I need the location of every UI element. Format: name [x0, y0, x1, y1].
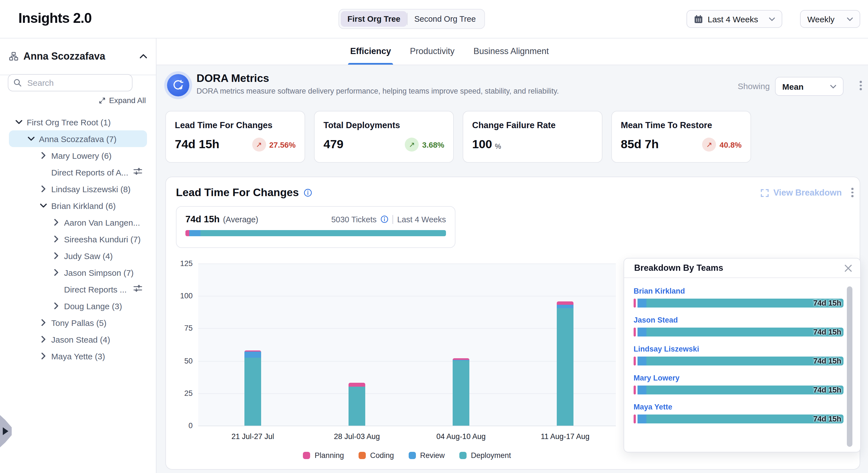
- tree-item-label[interactable]: Judy Saw (4): [64, 251, 113, 261]
- team-name-link[interactable]: Mary Lowery: [633, 374, 680, 382]
- tree-item[interactable]: Judy Saw (4): [0, 247, 147, 264]
- expand-all-button[interactable]: Expand All: [98, 96, 146, 105]
- tree-item-label[interactable]: First Org Tree Root (1): [27, 117, 111, 127]
- tree-item[interactable]: Maya Yette (3): [0, 348, 147, 364]
- tree-item-label[interactable]: Mary Lowery (6): [51, 151, 112, 160]
- tab-business-alignment[interactable]: Business Alignment: [471, 38, 551, 65]
- tree-item[interactable]: Lindsay Liszewski (8): [0, 180, 147, 197]
- chevron-right-icon[interactable]: [53, 269, 60, 276]
- tree-item-label[interactable]: Lindsay Liszewski (8): [51, 184, 130, 194]
- lead-time-kebab-menu[interactable]: [851, 188, 853, 197]
- chart-bar[interactable]: [244, 350, 261, 426]
- legend-label: Review: [420, 451, 445, 460]
- breakdown-team-list: Brian Kirkland74d 15hJason Stead74d 15hL…: [624, 278, 860, 423]
- org-tree-option-1[interactable]: First Org Tree: [341, 11, 407, 27]
- panel-scrollbar[interactable]: [847, 286, 852, 447]
- chart-bar[interactable]: [348, 383, 365, 426]
- legend-item-deployment: Deployment: [459, 451, 511, 460]
- dora-kebab-menu[interactable]: [860, 81, 862, 90]
- team-name-link[interactable]: Maya Yette: [633, 403, 672, 411]
- chevron-up-icon[interactable]: [140, 54, 147, 59]
- metric-card-value: 100: [472, 138, 492, 151]
- sidebar-collapse-handle[interactable]: [0, 415, 12, 447]
- team-name-link[interactable]: Brian Kirkland: [633, 287, 685, 295]
- metric-card-value-row: 100%: [472, 138, 593, 151]
- metric-card-title: Mean Time To Restore: [621, 120, 742, 130]
- chevron-right-icon[interactable]: [53, 236, 60, 242]
- search-input[interactable]: [26, 78, 127, 88]
- showing-select[interactable]: Mean: [775, 77, 843, 96]
- team-value: 74d 15h: [813, 328, 841, 336]
- tree-item-label[interactable]: Direct Reports of A...: [51, 168, 128, 177]
- tree-item[interactable]: Jason Simpson (7): [0, 264, 147, 281]
- team-name-link[interactable]: Lindsay Liszewski: [633, 345, 699, 353]
- avg-bar-segment-review: [189, 230, 200, 236]
- metric-card-delta: ↗27.56%: [252, 138, 296, 151]
- tree-item-label[interactable]: Sireesha Kunduri (7): [64, 234, 141, 244]
- date-range-select[interactable]: Last 4 Weeks: [686, 10, 782, 28]
- close-icon[interactable]: [844, 264, 852, 272]
- main-area: EfficiencyProductivityBusiness Alignment…: [156, 38, 868, 473]
- avg-bar-segment-deployment: [200, 230, 446, 236]
- chevron-down-icon[interactable]: [28, 136, 34, 142]
- chart-bar[interactable]: [557, 301, 574, 426]
- gridline-75: [198, 328, 616, 329]
- chevron-down-icon[interactable]: [16, 119, 22, 125]
- tree-item-label[interactable]: Aaron Van Langen...: [64, 217, 140, 227]
- tree-item-label[interactable]: Anna Scozzafava (7): [39, 134, 117, 144]
- tab-productivity[interactable]: Productivity: [408, 38, 457, 65]
- chevron-right-icon[interactable]: [40, 185, 47, 192]
- tree-item[interactable]: Sireesha Kunduri (7): [0, 231, 147, 247]
- tree-item[interactable]: Aaron Van Langen...: [0, 214, 147, 231]
- tree-item[interactable]: Brian Kirkland (6): [0, 197, 147, 214]
- tree-item[interactable]: Anna Scozzafava (7): [9, 130, 147, 147]
- tree-item[interactable]: Jason Stead (4): [0, 331, 147, 348]
- tree-indent-spacer: [40, 169, 47, 176]
- filters-icon[interactable]: [133, 284, 143, 294]
- showing-label: Showing: [738, 81, 770, 91]
- tree-item-label[interactable]: Jason Stead (4): [51, 334, 110, 344]
- tree-item-label[interactable]: Direct Reports ...: [64, 285, 127, 294]
- tree-item-label[interactable]: Tony Pallas (5): [51, 318, 106, 327]
- tree-item[interactable]: Direct Reports ...: [0, 281, 147, 297]
- metric-card-total-deployments: Total Deployments479↗3.68%: [314, 111, 454, 163]
- triangle-right-icon: [3, 427, 8, 435]
- chevron-right-icon[interactable]: [40, 319, 47, 326]
- tree-item-label[interactable]: Brian Kirkland (6): [51, 201, 116, 210]
- chevron-right-icon[interactable]: [53, 253, 60, 259]
- dora-section-title: DORA Metrics: [196, 72, 269, 85]
- metric-card-value-row: 85d 7h↗40.8%: [621, 138, 742, 151]
- chevron-right-icon[interactable]: [40, 353, 47, 359]
- chevron-right-icon[interactable]: [40, 152, 47, 159]
- chevron-down-icon: [830, 84, 836, 88]
- chevron-right-icon[interactable]: [53, 219, 60, 226]
- tree-item-label[interactable]: Jason Simpson (7): [64, 268, 134, 277]
- team-name-link[interactable]: Jason Stead: [633, 316, 678, 324]
- view-breakdown-button[interactable]: View Breakdown: [761, 188, 842, 198]
- tree-item[interactable]: Doug Lange (3): [0, 297, 147, 314]
- info-icon[interactable]: [303, 188, 312, 197]
- sidebar-header: Anna Scozzafava: [0, 38, 156, 75]
- chevron-right-icon[interactable]: [40, 336, 47, 343]
- tab-efficiency[interactable]: Efficiency: [348, 38, 393, 65]
- tree-item[interactable]: Tony Pallas (5): [0, 314, 147, 331]
- tree-item[interactable]: Mary Lowery (6): [0, 147, 147, 164]
- y-axis-tick-label: 75: [170, 324, 193, 333]
- team-bar-planning: [633, 328, 636, 336]
- chevron-down-icon[interactable]: [40, 202, 47, 209]
- granularity-select[interactable]: Weekly: [800, 10, 860, 28]
- tree-item[interactable]: First Org Tree Root (1): [0, 114, 147, 130]
- sidebar-user-name: Anna Scozzafava: [23, 51, 135, 62]
- team-bar-planning: [633, 357, 636, 365]
- chevron-right-icon[interactable]: [53, 302, 60, 309]
- chart-bar[interactable]: [453, 358, 469, 426]
- org-tree-option-2[interactable]: Second Org Tree: [408, 11, 483, 27]
- average-label: (Average): [223, 215, 258, 224]
- tree-item[interactable]: Direct Reports of A...: [0, 164, 147, 180]
- info-icon[interactable]: [380, 215, 389, 224]
- tree-item-label[interactable]: Doug Lange (3): [64, 301, 122, 311]
- filters-icon[interactable]: [133, 167, 143, 177]
- tree-item-label[interactable]: Maya Yette (3): [51, 351, 105, 361]
- metric-card-value: 479: [323, 138, 343, 151]
- content: DORA Metrics DORA metrics measure softwa…: [156, 65, 868, 473]
